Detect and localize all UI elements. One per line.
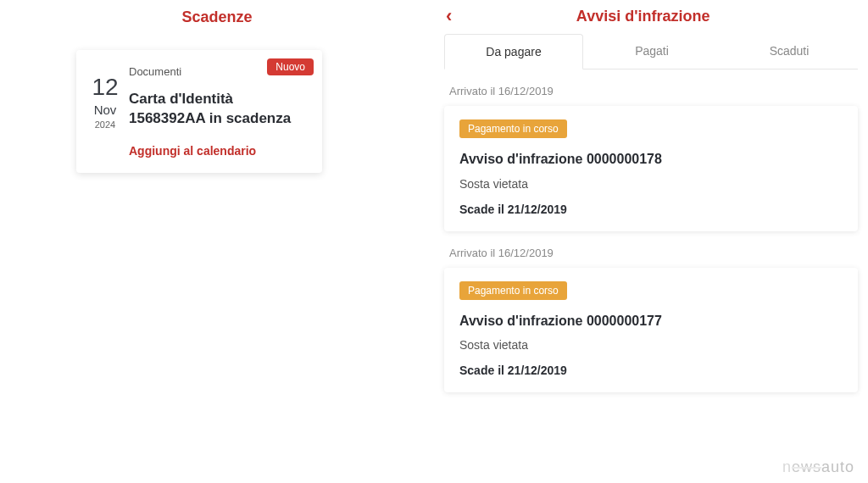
deadline-month: Nov bbox=[92, 103, 119, 117]
status-badge: Pagamento in corso bbox=[459, 119, 567, 138]
deadline-day: 12 bbox=[92, 75, 119, 99]
arrival-label: Arrivato il 16/12/2019 bbox=[449, 247, 853, 259]
infraction-card[interactable]: Pagamento in corso Avviso d'infrazione 0… bbox=[444, 268, 858, 393]
infraction-item-title: Avviso d'infrazione 0000000178 bbox=[459, 150, 843, 169]
watermark: newsauto bbox=[782, 458, 854, 476]
infraction-card[interactable]: Pagamento in corso Avviso d'infrazione 0… bbox=[444, 106, 858, 231]
infraction-desc: Sosta vietata bbox=[459, 177, 843, 191]
deadlines-header: Scadenze bbox=[17, 8, 417, 26]
deadline-card[interactable]: Nuovo 12 Nov 2024 Documenti Carta d'Iden… bbox=[76, 50, 322, 173]
infraction-item-title: Avviso d'infrazione 0000000177 bbox=[459, 312, 843, 330]
new-badge: Nuovo bbox=[267, 58, 314, 75]
tab-to-pay[interactable]: Da pagare bbox=[444, 34, 583, 69]
arrival-label: Arrivato il 16/12/2019 bbox=[449, 85, 853, 97]
infraction-desc: Sosta vietata bbox=[459, 338, 843, 352]
infractions-header: ‹ Avvisi d'infrazione bbox=[434, 0, 868, 34]
watermark-part1: n bbox=[782, 458, 792, 475]
infraction-due: Scade il 21/12/2019 bbox=[459, 203, 843, 216]
infractions-title: Avvisi d'infrazione bbox=[459, 8, 827, 25]
infractions-pane: ‹ Avvisi d'infrazione Da pagare Pagati S… bbox=[434, 0, 868, 483]
infractions-tabs: Da pagare Pagati Scaduti bbox=[444, 34, 858, 69]
tab-expired[interactable]: Scaduti bbox=[721, 34, 858, 69]
tab-paid[interactable]: Pagati bbox=[583, 34, 721, 69]
deadlines-pane: Scadenze Nuovo 12 Nov 2024 Documenti Car… bbox=[0, 0, 434, 483]
back-icon[interactable]: ‹ bbox=[439, 7, 459, 25]
watermark-part2: ews bbox=[792, 458, 821, 475]
deadline-year: 2024 bbox=[92, 119, 119, 130]
add-to-calendar-link[interactable]: Aggiungi al calendario bbox=[129, 144, 307, 158]
deadline-date: 12 Nov 2024 bbox=[92, 65, 129, 158]
deadline-item-title: Carta d'Identità 1568392AA in scadenza bbox=[129, 90, 307, 129]
deadline-info: Documenti Carta d'Identità 1568392AA in … bbox=[129, 65, 307, 158]
deadlines-title: Scadenze bbox=[17, 8, 417, 26]
status-badge: Pagamento in corso bbox=[459, 281, 567, 300]
infraction-due: Scade il 21/12/2019 bbox=[459, 364, 843, 377]
infraction-list: Arrivato il 16/12/2019 Pagamento in cors… bbox=[434, 85, 868, 392]
watermark-part3: auto bbox=[821, 458, 854, 475]
